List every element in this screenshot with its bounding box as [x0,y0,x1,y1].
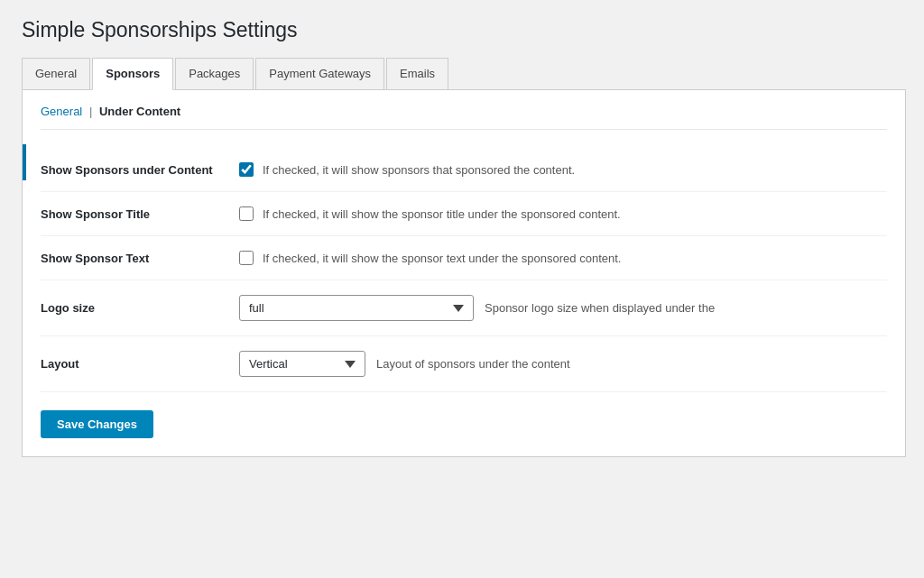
blue-indicator [23,144,26,180]
settings-row-sponsor-text: Show Sponsor Text If checked, it will sh… [41,236,887,280]
select-layout[interactable]: Vertical Horizontal [239,351,365,377]
breadcrumb-current: Under Content [99,105,180,118]
checkbox-row-sponsor-text: If checked, it will show the sponsor tex… [239,251,887,265]
checkbox-sponsor-title[interactable] [239,206,254,221]
control-sponsor-text: If checked, it will show the sponsor tex… [239,236,887,280]
content-area: General | Under Content Show Sponsors un… [22,90,906,457]
tab-sponsors[interactable]: Sponsors [92,58,173,90]
label-sponsor-text-desc: If checked, it will show the sponsor tex… [263,252,621,265]
checkbox-show-sponsors[interactable] [239,162,254,177]
page-title: Simple Sponsorships Settings [22,18,906,42]
breadcrumb: General | Under Content [41,105,887,130]
settings-row-show-sponsors: Show Sponsors under Content If checked, … [41,148,887,192]
select-row-layout: Vertical Horizontal Layout of sponsors u… [239,351,887,377]
checkbox-sponsor-text[interactable] [239,251,254,265]
save-changes-button[interactable]: Save Changes [41,410,153,438]
desc-layout: Layout of sponsors under the content [376,357,570,371]
breadcrumb-parent-link[interactable]: General [41,105,82,118]
control-logo-size: full thumbnail medium large Sponsor logo… [239,280,887,336]
tabs-bar: General Sponsors Packages Payment Gatewa… [22,57,906,90]
checkbox-row-sponsor-title: If checked, it will show the sponsor tit… [239,206,887,221]
select-row-logo-size: full thumbnail medium large Sponsor logo… [239,295,887,321]
label-layout: Layout [41,336,239,392]
label-sponsor-title-desc: If checked, it will show the sponsor tit… [263,207,621,221]
control-layout: Vertical Horizontal Layout of sponsors u… [239,336,887,392]
settings-row-layout: Layout Vertical Horizontal Layout of spo… [41,336,887,392]
tab-emails[interactable]: Emails [386,58,448,89]
control-show-sponsors: If checked, it will show sponsors that s… [239,148,887,192]
label-sponsor-text: Show Sponsor Text [41,236,239,280]
control-sponsor-title: If checked, it will show the sponsor tit… [239,192,887,236]
select-logo-size[interactable]: full thumbnail medium large [239,295,474,321]
label-sponsor-title: Show Sponsor Title [41,192,239,236]
desc-logo-size: Sponsor logo size when displayed under t… [485,301,715,315]
label-show-sponsors-desc: If checked, it will show sponsors that s… [263,163,575,177]
checkbox-row-show-sponsors: If checked, it will show sponsors that s… [239,162,887,177]
page-wrapper: Simple Sponsorships Settings General Spo… [0,0,924,578]
label-logo-size: Logo size [41,280,239,336]
tab-payment-gateways[interactable]: Payment Gateways [255,58,384,89]
tab-general[interactable]: General [22,58,90,89]
settings-table: Show Sponsors under Content If checked, … [41,148,887,392]
settings-row-sponsor-title: Show Sponsor Title If checked, it will s… [41,192,887,236]
tab-packages[interactable]: Packages [175,58,254,89]
settings-row-logo-size: Logo size full thumbnail medium large Sp… [41,280,887,336]
breadcrumb-separator: | [89,105,92,118]
label-show-sponsors: Show Sponsors under Content [41,148,239,192]
